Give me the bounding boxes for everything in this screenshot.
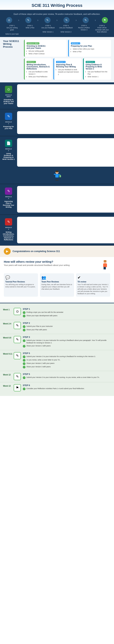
module-one-bullets: Select & then refine your topic Write a … bbox=[71, 48, 109, 53]
module-zero-step-badge: MODULEZERO bbox=[5, 94, 12, 98]
module-one-step-name: Preparing foryour Plan bbox=[3, 126, 14, 130]
module-step-three: ✎ MODULE3 ImprovingFlow &Revising YourWr… bbox=[0, 184, 114, 215]
step-icons-row: ⊙ › ✎ › ✎ › ✎ › ✎ › ⚑ bbox=[3, 17, 111, 23]
ta-text: Your TA will read and review your Versio… bbox=[78, 284, 109, 295]
week-4-row: Week 9-11 ✎ STEP 5 ✓ Submit your Version… bbox=[0, 350, 114, 371]
week-3-icon: ✎ bbox=[14, 336, 21, 343]
module-flow-bullets: Use your feedback to work towards an imp… bbox=[56, 68, 80, 76]
tutorial-peer-card: 💬 Tutorial Peer Reviews You will bring y… bbox=[4, 273, 38, 297]
module-zero-step-name: Orienting toSCIE311 andyour Teams bbox=[4, 99, 14, 104]
week-2-label: Week 2-4 bbox=[3, 322, 14, 332]
svg-point-11 bbox=[56, 172, 56, 173]
page-title: SCIE 311 Writing Process bbox=[4, 3, 110, 8]
step-label-1: STEP 1Set your writing goalsSelect & you… bbox=[4, 25, 20, 35]
module-zero-badge: MODULE ZERO bbox=[26, 42, 39, 44]
week-6-content: STEP 6 ✓ Consider your Reflection Activi… bbox=[23, 384, 111, 391]
module-one-step-badge: MODULE1 bbox=[5, 121, 12, 124]
step-icon-1: ⊙ bbox=[6, 17, 12, 23]
week-2-step-title: STEP 2 bbox=[23, 322, 111, 324]
step-label-3: STEP 3Use your feedbackWrite Version 1 bbox=[40, 25, 56, 35]
module-evidence-bullets: Use your feedback from the Plan Write Ve… bbox=[86, 70, 109, 78]
module-three-icon: ✎ bbox=[5, 188, 12, 195]
module-step-four: ✎ MODULE4 WritingIntroductions,Conclusio… bbox=[0, 215, 114, 246]
week-2-bullet-2: ✓ Share your Plan with peers bbox=[23, 328, 111, 332]
ta-review-card: ✔ TA review Your TA will read and review… bbox=[76, 273, 110, 297]
page-header: SCIE 311 Writing Process bbox=[0, 0, 114, 10]
week-3-label: Week 6-8 bbox=[3, 336, 14, 348]
week-5-label: Week 12 bbox=[3, 373, 14, 380]
step-icon-3: ✎ bbox=[44, 17, 50, 23]
step-label-4: STEP 4Use your feedbackWrite Version 2 bbox=[58, 25, 74, 35]
module-three-step-name: ImprovingFlow &Revising YourWriting bbox=[3, 200, 14, 208]
module-evidence-badge: MODULE 2 bbox=[86, 61, 95, 63]
module-step-zero-left: ⊙ MODULEZERO Orienting toSCIE311 andyour… bbox=[0, 82, 17, 109]
module-two-step-name: UsingEvidence &Preparing toWrite Version… bbox=[2, 152, 15, 160]
module-one-content bbox=[17, 111, 114, 134]
character-illustration bbox=[51, 170, 63, 184]
congratulations-bar: ▶ Congratulations on completing Science … bbox=[0, 246, 114, 257]
week-1-content: STEP 1 ✓ Finding a topic you can live wi… bbox=[23, 308, 111, 318]
svg-point-18 bbox=[104, 262, 105, 262]
week-6-label: Week 13 bbox=[3, 384, 14, 391]
week-1-row: Week 1 ⊙ STEP 1 ✓ Finding a topic you ca… bbox=[0, 306, 114, 320]
svg-rect-16 bbox=[105, 267, 106, 270]
module-zero-title: Orienting to SCIE311and your Teams bbox=[26, 45, 65, 49]
week-4-bullet-3: ✓ Share your Version 2 with your peers bbox=[23, 362, 111, 365]
step-label-6: STEP 6Finish off the semester with your … bbox=[94, 25, 110, 35]
step-banner: Each of these steps will involve peer re… bbox=[0, 10, 114, 37]
module-zero-icon: ⊙ bbox=[5, 86, 12, 93]
review-title: How will others review your writing? bbox=[4, 260, 100, 263]
svg-point-19 bbox=[106, 262, 106, 262]
tutorial-text: You will bring your writing-in-progress … bbox=[5, 284, 36, 288]
step-icon-2: ✎ bbox=[25, 17, 31, 23]
bottom-module-row: MODULE 1 Writing Introductions, Conclusi… bbox=[24, 58, 111, 80]
team-peer-card: 👥 Team Peer Reviews During class, we wil… bbox=[40, 273, 74, 297]
step-icon-4: ✎ bbox=[64, 17, 70, 23]
svg-rect-2 bbox=[55, 174, 59, 178]
week-4-step-title: STEP 5 bbox=[23, 352, 111, 354]
week-6-bullet-1: ✓ Consider your Reflection Activities Pa… bbox=[23, 388, 111, 390]
module-four-icon: ✎ bbox=[5, 218, 12, 226]
module-two-icon: 📄 bbox=[5, 140, 12, 147]
module-evidence-card: MODULE 2 Using Evidence & Preparing to W… bbox=[83, 58, 111, 80]
week-1-bullet-1: ✓ Finding a topic you can live with for … bbox=[23, 311, 111, 314]
module-writing-title: Writing Introductions, Conclusions, Abst… bbox=[26, 64, 50, 70]
module-step-three-left: ✎ MODULE3 ImprovingFlow &Revising YourWr… bbox=[0, 184, 17, 214]
week-3-bullet-2: ✓ Share your Version 2 with peers bbox=[23, 345, 111, 348]
week-2-icon: ✎ bbox=[14, 322, 21, 329]
svg-point-10 bbox=[57, 180, 58, 180]
svg-point-1 bbox=[56, 171, 58, 172]
review-character bbox=[100, 260, 110, 273]
svg-rect-15 bbox=[103, 264, 107, 267]
week-4-bullet-2: ✓ As you revise, write a cover letter to… bbox=[23, 359, 111, 362]
svg-rect-17 bbox=[104, 267, 105, 270]
week-4-content: STEP 5 ✓ Submit your Version 2 to your I… bbox=[23, 352, 111, 369]
module-four-step-name: WritingIntroductions,Conclusions,Abstrac… bbox=[3, 231, 14, 241]
module-step-four-left: ✎ MODULE4 WritingIntroductions,Conclusio… bbox=[0, 215, 17, 245]
module-flow-title: Improving Flow & Revising Your Writing bbox=[56, 64, 80, 68]
timeline-section: Week 1 ⊙ STEP 1 ✓ Finding a topic you ca… bbox=[0, 303, 114, 396]
step-label-2: STEP 2Write a Plan bbox=[22, 25, 38, 35]
module-step-two: 📄 MODULE2 UsingEvidence &Preparing toWri… bbox=[0, 136, 114, 184]
week-5-bullet-1: ✓ Submit your Version 3 to your Instruct… bbox=[23, 376, 111, 379]
module-writing-bullets: Use your feedback to write Version 3 Wri… bbox=[26, 70, 50, 78]
ta-icon: ✔ bbox=[78, 275, 109, 280]
module-zero-card: MODULE ZERO Orienting to SCIE311and your… bbox=[24, 40, 67, 57]
team-icon: 👥 bbox=[42, 275, 72, 280]
module-writing-card: MODULE 1 Writing Introductions, Conclusi… bbox=[24, 58, 52, 80]
module-step-one-left: ✎ MODULE1 Preparing foryour Plan bbox=[0, 109, 17, 136]
week-6-row: Week 13 ⚑ STEP 6 ✓ Consider your Reflect… bbox=[0, 382, 114, 393]
banner-text: Each of these steps will involve peer re… bbox=[3, 13, 111, 15]
module-four-step-badge: MODULE4 bbox=[5, 226, 12, 230]
module-four-content bbox=[17, 217, 114, 243]
svg-point-12 bbox=[58, 172, 58, 173]
module-flow-badge: MODULE 3 bbox=[56, 61, 65, 63]
congrats-text: Congratulations on completing Science 31… bbox=[12, 250, 60, 253]
week-3-row: Week 6-8 ✎ STEP 3 ✓ Submit your Version … bbox=[0, 334, 114, 350]
ta-title: TA review bbox=[78, 281, 109, 283]
module-step-zero: ⊙ MODULEZERO Orienting toSCIE311 andyour… bbox=[0, 82, 114, 109]
step-icon-6: ⚑ bbox=[102, 17, 108, 23]
week-5-content: STEP 5 ✓ Submit your Version 3 to your I… bbox=[23, 373, 111, 380]
week-3-step-title: STEP 3 bbox=[23, 336, 111, 338]
step-labels-row: STEP 1Set your writing goalsSelect & you… bbox=[3, 25, 111, 35]
